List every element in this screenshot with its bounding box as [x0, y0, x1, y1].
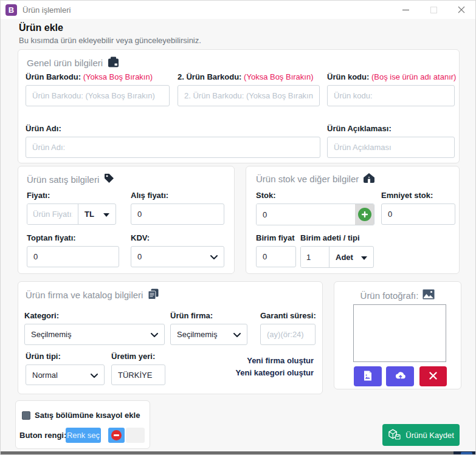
catalog-links: Yeni firma oluştur Yeni kategori oluştur: [235, 355, 314, 379]
app-icon: B: [5, 4, 17, 16]
stock-input[interactable]: [257, 204, 355, 225]
unit-count-label: Birim adeti / tipi: [300, 233, 374, 242]
documents-icon: [148, 289, 159, 301]
save-box-icon: [388, 428, 401, 442]
wholesale-price-input[interactable]: [27, 246, 119, 267]
chevron-down-icon: [151, 330, 158, 339]
save-product-button[interactable]: Ürünü Kaydet: [382, 424, 460, 446]
safety-stock-input[interactable]: [381, 204, 455, 225]
pick-color-button[interactable]: Renk seç: [66, 428, 101, 443]
unit-price-label: Birim fiyat: [256, 233, 296, 242]
dropdown-triangle-icon: [361, 253, 367, 262]
cloud-upload-icon: [395, 371, 406, 381]
minus-circle-icon: [111, 430, 122, 440]
chevron-down-icon: [210, 252, 218, 261]
purchase-price-label: Alış fiyatı:: [131, 191, 224, 200]
unit-count-input[interactable]: [301, 247, 329, 267]
remove-image-button[interactable]: [419, 366, 447, 386]
general-info-section: Genel ürün bilgileri Ürün Barkodu: (Yoks…: [18, 49, 460, 163]
stock-info-section: Ürün stok ve diğer bilgiler Stok: Emniye…: [246, 166, 460, 274]
image-icon: [423, 289, 435, 301]
page-subtitle: Bu kısımda ürün ekleyebilir veya güncele…: [19, 36, 201, 45]
close-icon[interactable]: [447, 1, 475, 19]
tag-icon: [104, 173, 114, 185]
price-input[interactable]: [27, 204, 78, 224]
photo-preview: [353, 304, 446, 362]
warranty-label: Garanti süresi:: [260, 311, 316, 320]
barcode-label: Ürün Barkodu: (Yoksa Boş Bırakın): [26, 72, 170, 81]
package-icon: [108, 56, 119, 69]
maximize-icon[interactable]: [419, 1, 447, 19]
page-title: Ürün ekle: [19, 22, 63, 33]
general-section-title: Genel ürün bilgileri: [27, 56, 119, 69]
taskbar-app-chip: [461, 452, 472, 455]
category-label: Kategori:: [24, 311, 165, 320]
dropdown-triangle-icon: [103, 210, 109, 219]
upload-image-button[interactable]: [386, 366, 414, 386]
barcode-input[interactable]: [26, 85, 170, 106]
minimize-icon[interactable]: [391, 1, 419, 19]
taskbar-edge: [1, 451, 476, 455]
wholesale-price-label: Toptan fiyatı:: [27, 233, 119, 242]
purchase-price-input[interactable]: [131, 204, 224, 225]
title-bar: B Ürün işlemleri: [1, 1, 475, 19]
product-type-select[interactable]: Normal: [26, 364, 105, 385]
firm-select[interactable]: Seçilmemiş: [170, 324, 247, 345]
x-icon: [429, 371, 438, 382]
shortcut-section: Satış bölümüne kısayol ekle Buton rengi:…: [15, 400, 150, 449]
safety-stock-label: Emniyet stok:: [381, 191, 455, 200]
catalog-info-section: Ürün firma ve katalog bilgileri Kategori…: [18, 281, 323, 394]
warranty-input[interactable]: [260, 324, 316, 345]
add-stock-button[interactable]: [355, 204, 374, 225]
origin-input[interactable]: [111, 364, 165, 385]
product-name-input[interactable]: [26, 137, 320, 158]
origin-label: Üretim yeri:: [111, 352, 165, 361]
window-title: Ürün işlemleri: [22, 5, 71, 15]
photo-section-title: Ürün fotoğrafı:: [334, 289, 461, 301]
catalog-section-title: Ürün firma ve katalog bilgileri: [26, 289, 159, 301]
stock-label: Stok:: [256, 191, 374, 200]
sales-info-section: Ürün satış bilgileri Fiyatı: TL Alış fiy…: [18, 166, 235, 274]
color-swatch: [126, 428, 145, 443]
barcode2-input[interactable]: [178, 85, 320, 106]
app-window: B Ürün işlemleri Ürün ekle Bu kısımda ür…: [0, 0, 476, 455]
currency-select[interactable]: TL: [78, 204, 116, 224]
sales-section-title: Ürün satış bilgileri: [27, 173, 114, 185]
shortcut-checkbox[interactable]: [22, 411, 30, 420]
chevron-down-icon: [91, 371, 98, 380]
stock-section-title: Ürün stok ve diğer bilgiler: [256, 173, 374, 185]
product-type-label: Ürün tipi:: [26, 352, 105, 361]
price-label: Fiyatı:: [27, 191, 116, 200]
product-name-label: Ürün Adı:: [26, 124, 320, 133]
new-firm-link[interactable]: Yeni firma oluştur: [235, 355, 314, 367]
firm-label: Ürün firma:: [170, 311, 247, 320]
unit-price-input[interactable]: [256, 246, 296, 267]
vat-label: KDV:: [131, 233, 224, 242]
button-color-label: Buton rengi:: [19, 431, 66, 440]
remove-color-button[interactable]: [108, 428, 125, 443]
photo-section: Ürün fotoğrafı:: [334, 281, 461, 389]
shortcut-checkbox-label: Satış bölümüne kısayol ekle: [35, 411, 140, 420]
warehouse-icon: [364, 173, 374, 185]
new-category-link[interactable]: Yeni kategori oluştur: [235, 367, 314, 379]
file-image-icon: [364, 371, 372, 383]
barcode2-label: 2. Ürün Barkodu: (Yoksa Boş Bırakın): [178, 72, 320, 81]
category-select[interactable]: Seçilmemiş: [24, 324, 165, 345]
product-desc-input[interactable]: [327, 137, 455, 158]
product-desc-label: Ürün Açıklaması:: [327, 124, 455, 133]
choose-image-button[interactable]: [354, 366, 382, 386]
chevron-down-icon: [233, 330, 241, 339]
product-code-input[interactable]: [327, 85, 455, 106]
product-code-label: Ürün kodu: (Boş ise ürün adı atanır): [327, 72, 455, 81]
plus-icon: [358, 208, 371, 221]
taskbar-corner: [454, 451, 476, 455]
window-controls: [391, 1, 475, 19]
vat-select[interactable]: 0: [131, 246, 224, 267]
unit-type-select[interactable]: Adet: [329, 247, 373, 267]
